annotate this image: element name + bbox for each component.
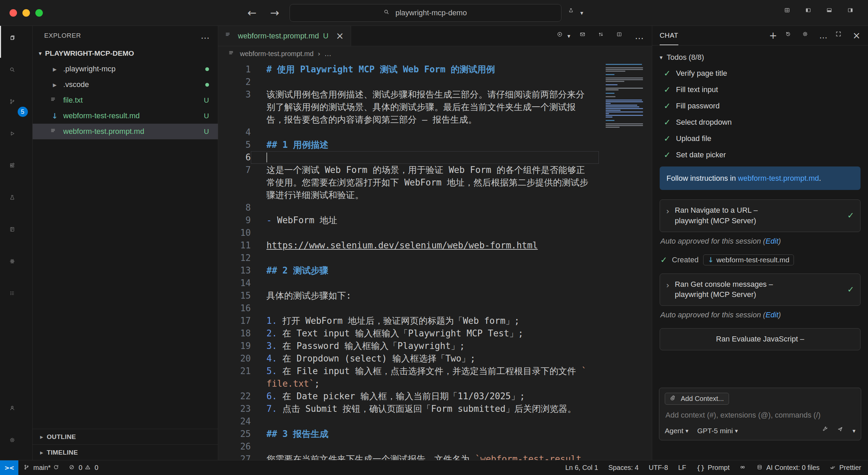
formatter-status[interactable]: Prettier [830, 464, 861, 472]
chat-input-placeholder[interactable]: Add context (#), extensions (@), command… [665, 411, 855, 420]
editor-line[interactable]: 215. 在 File input 输入框，点击选择文件，并选定当前工程根目录下… [218, 365, 599, 390]
settings-gear-icon[interactable] [0, 428, 33, 460]
maximize-window-button[interactable] [35, 9, 43, 17]
editor-line[interactable]: 24 [218, 415, 599, 428]
tab-webform-test-prompt[interactable]: webform-test.prompt.md U × [218, 26, 351, 46]
history-icon[interactable] [785, 31, 794, 40]
edit-link[interactable]: Edit [765, 311, 778, 319]
remote-indicator[interactable]: >< [0, 460, 18, 475]
explorer-activity-icon[interactable] [0, 26, 33, 58]
maximize-panel-icon[interactable] [836, 31, 845, 40]
mcp-activity-icon[interactable] [0, 249, 33, 281]
accounts-icon[interactable] [0, 396, 33, 428]
tool-run-console[interactable]: › Ran Get console messages – playwright … [660, 274, 861, 306]
breadcrumb[interactable]: webform-test.prompt.md › … [218, 46, 652, 61]
tool-run-navigate[interactable]: › Ran Navigate to a URL – playwright (MC… [660, 199, 861, 232]
run-debug-activity-icon[interactable] [0, 122, 33, 154]
add-context-button[interactable]: Add Context... [665, 393, 729, 405]
notebook-activity-icon[interactable] [0, 217, 33, 249]
gear-icon[interactable] [802, 31, 811, 40]
back-button[interactable]: ← [244, 6, 260, 19]
ai-context-status[interactable]: AI Context: 0 files [757, 464, 820, 472]
toggle-sidebar-icon[interactable] [805, 7, 816, 18]
new-chat-icon[interactable]: + [769, 31, 777, 40]
indentation-status[interactable]: Spaces: 4 [608, 464, 639, 472]
file-item[interactable]: ↓webform-test-result.mdU [33, 108, 218, 124]
editor-line[interactable]: 8 [218, 201, 599, 214]
send-icon[interactable] [837, 426, 846, 435]
tools-icon[interactable] [822, 426, 831, 435]
eol-status[interactable]: LF [678, 464, 686, 472]
file-item[interactable]: webform-test.prompt.mdU [33, 124, 218, 139]
timeline-section[interactable]: ▸ TIMELINE [33, 444, 218, 460]
cursor-position[interactable]: Ln 6, Col 1 [565, 464, 598, 472]
mode-picker[interactable]: Agent ▾ [665, 427, 694, 435]
created-file-chip[interactable]: ↓ webform-test-result.md [703, 254, 794, 265]
editor-line[interactable]: 193. 在 Password 输入框输入「Playwright」; [218, 340, 599, 352]
editor-line[interactable]: 3该测试用例包含用例描述、测试步骤和报告生成三部分。请仔细阅读前两部分来分别了解… [218, 88, 599, 126]
editor-line[interactable]: 9- WebForm 地址 [218, 214, 599, 227]
editor-line[interactable]: 25## 3 报告生成 [218, 428, 599, 440]
open-changes-icon[interactable] [598, 32, 607, 40]
editor-line[interactable]: 10 [218, 227, 599, 239]
source-control-activity-icon[interactable]: 5 [0, 90, 33, 122]
link-text[interactable]: https://www.selenium.dev/selenium/web/we… [266, 240, 538, 250]
editor-line[interactable]: 15具体的测试步骤如下: [218, 289, 599, 302]
editor-line[interactable]: 11https://www.selenium.dev/selenium/web/… [218, 239, 599, 252]
editor-line[interactable]: 6 [218, 151, 599, 164]
chat-input-box[interactable]: Add Context... Add context (#), extensio… [659, 388, 861, 440]
forward-button[interactable]: → [267, 6, 283, 19]
editor-line[interactable]: 182. 在 Text input 输入框输入「Playwright MCP T… [218, 327, 599, 340]
project-root-item[interactable]: ▾ PLAYWRIGHT-MCP-DEMO [33, 46, 218, 61]
editor-line[interactable]: 14 [218, 277, 599, 289]
language-mode[interactable]: {} Prompt [696, 464, 730, 472]
more-actions-icon[interactable]: … [201, 31, 210, 41]
share-profile-control[interactable]: ▾ [568, 7, 584, 18]
minimap[interactable] [606, 64, 646, 128]
chat-tab[interactable]: CHAT [660, 26, 678, 45]
split-editor-icon[interactable] [617, 32, 625, 40]
editor-line[interactable]: 171. 打开 WebForm 地址后，验证网页的标题为「Web form」; [218, 315, 599, 327]
editor-line[interactable]: 26 [218, 440, 599, 453]
run-prompt-button[interactable]: ▾ [557, 32, 570, 40]
editor-line[interactable]: 1# 使用 Playwright MCP 测试 Web Form 的测试用例 [218, 63, 599, 76]
checklist-activity-icon[interactable] [0, 281, 33, 313]
editor-line[interactable]: 2 [218, 76, 599, 88]
editor-line[interactable]: 16 [218, 302, 599, 315]
folder-item[interactable]: ▸.playwright-mcp [33, 61, 218, 77]
notice-file-link[interactable]: webform-test.prompt.md [738, 174, 819, 182]
breadcrumb-file[interactable]: webform-test.prompt.md [240, 50, 314, 58]
editor-line[interactable]: 4 [218, 126, 599, 139]
more-actions-icon[interactable]: … [819, 32, 828, 40]
editor-line[interactable]: 12 [218, 252, 599, 264]
editor-line[interactable]: 5## 1 用例描述 [218, 139, 599, 151]
editor-line[interactable]: 226. 在 Date picker 输入框，输入当前日期「11/03/2025… [218, 390, 599, 403]
close-tab-icon[interactable]: × [336, 30, 344, 41]
problems-status[interactable]: 0 0 [69, 464, 98, 472]
outline-section[interactable]: ▸ OUTLINE [33, 429, 218, 444]
editor-line[interactable]: 7这是一个测试 Web Form 的场景，用于验证 Web Form 的各个组件… [218, 164, 599, 201]
toggle-panel-icon[interactable] [827, 7, 837, 18]
tool-run-evaluate[interactable]: Ran Evaluate JavaScript – [660, 328, 861, 350]
folder-item[interactable]: ▸.vscode [33, 77, 218, 92]
send-prompt-icon[interactable] [580, 32, 589, 40]
close-window-button[interactable] [10, 9, 17, 17]
breadcrumb-more[interactable]: … [325, 50, 331, 58]
encoding-status[interactable]: UTF-8 [649, 464, 668, 472]
editor-line[interactable]: 237. 点击 Submit 按钮，确认页面返回「Form submitted」… [218, 403, 599, 415]
command-center[interactable]: playwright-mcp-demo [290, 4, 561, 22]
file-item[interactable]: file.txtU [33, 92, 218, 108]
minimize-window-button[interactable] [22, 9, 30, 17]
todos-header[interactable]: ▾ Todos (8/8) [660, 53, 861, 62]
close-icon[interactable]: × [853, 31, 861, 40]
copilot-icon[interactable] [740, 464, 747, 471]
editor-line[interactable]: 204. 在 Dropdown (select) 输入框选择「Two」; [218, 352, 599, 365]
text-editor[interactable]: 1# 使用 Playwright MCP 测试 Web Form 的测试用例23… [218, 61, 652, 460]
customize-layout-icon[interactable] [784, 7, 795, 18]
editor-line[interactable]: 27您需要在当前文件夹下生成一个测试报告，文件名为 `webform-test-… [218, 453, 599, 460]
branch-status[interactable]: main* [24, 464, 60, 472]
editor-line[interactable]: 13## 2 测试步骤 [218, 264, 599, 277]
toggle-secondary-sidebar-icon[interactable] [848, 7, 858, 18]
testing-activity-icon[interactable] [0, 186, 33, 217]
model-picker[interactable]: GPT-5 mini ▾ [697, 427, 744, 435]
